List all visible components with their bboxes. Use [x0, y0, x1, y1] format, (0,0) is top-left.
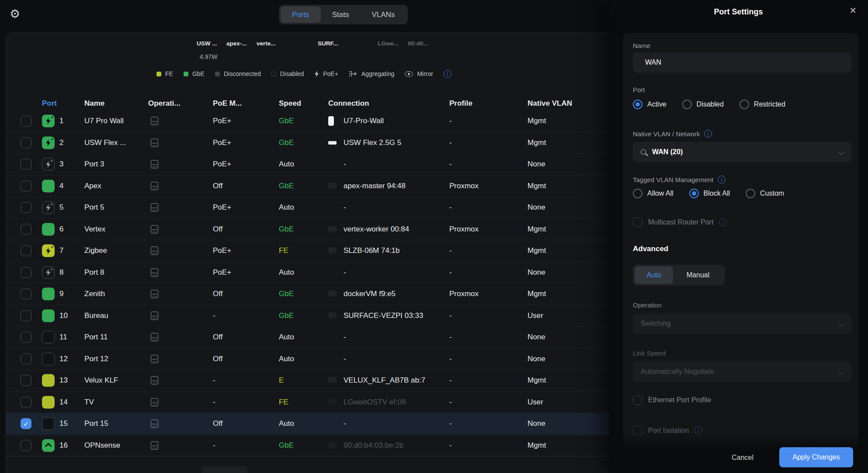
poe-mode: Off — [213, 225, 222, 234]
row-checkbox[interactable] — [21, 289, 31, 300]
table-row[interactable]: 12 Port 12 Off Auto - - None — [6, 348, 609, 370]
port-number: 4 — [59, 182, 63, 190]
native-vlan-info-icon[interactable]: i — [704, 130, 712, 138]
table-row[interactable]: 14 TV - FE LGwebOSTV ef:08 - User — [6, 391, 609, 413]
segment-manual[interactable]: Manual — [673, 266, 723, 284]
connected-device-icon — [328, 226, 337, 233]
apply-changes-button[interactable]: Apply Changes — [779, 447, 853, 467]
speed: E — [279, 376, 284, 385]
row-checkbox[interactable] — [21, 137, 31, 148]
column-header-native-vlan[interactable]: Native VLAN — [528, 99, 572, 108]
tab-ports[interactable]: Ports — [281, 7, 321, 23]
row-checkbox[interactable]: ✓ — [21, 418, 31, 429]
table-row[interactable]: ✓ 15 Port 15 Off Auto - - None — [6, 413, 609, 435]
radio-restricted[interactable]: Restricted — [740, 100, 785, 109]
connection: - — [344, 203, 346, 212]
profile: Proxmox — [449, 182, 479, 190]
table-row[interactable]: 13 Velux KLF - E VELUX_KLF_AB7B ab:7 - M… — [6, 369, 609, 391]
row-checkbox[interactable] — [21, 180, 31, 191]
chevron-down-icon — [839, 369, 844, 375]
profile: - — [449, 311, 452, 320]
table-row[interactable]: + 8 Port 8 PoE+ Auto - - None — [6, 262, 609, 283]
cancel-button[interactable]: Cancel — [732, 454, 753, 462]
connected-device-icon — [328, 116, 334, 126]
connection: 00:d0:b4:03:be:2b — [344, 441, 403, 450]
row-checkbox[interactable] — [21, 397, 31, 407]
row-checkbox[interactable] — [21, 332, 31, 343]
port-name: TV — [84, 398, 94, 407]
table-row[interactable]: 6 Vertex Off GbE vertex-worker 00:84 Pro… — [6, 218, 609, 240]
radio-block-all[interactable]: Block All — [689, 189, 730, 198]
table-row[interactable]: + 1 U7 Pro Wall PoE+ GbE U7-Pro-Wall - M… — [6, 110, 609, 132]
connected-device-icon — [328, 290, 337, 297]
pagination-button[interactable] — [201, 466, 248, 473]
table-row[interactable]: + 3 Port 3 PoE+ Auto - - None — [6, 153, 609, 175]
table-row[interactable]: + 7 Zigbee PoE+ FE SLZB-06M 74:1b - Mgmt — [6, 240, 609, 262]
table-row[interactable]: 9 Zenith Off GbE dockerVM f9:e5 Proxmox … — [6, 283, 609, 305]
port-status-icon — [42, 418, 55, 430]
column-header-speed[interactable]: Speed — [279, 99, 301, 108]
native-vlan-label: Native VLAN / Network i — [633, 130, 712, 138]
row-checkbox[interactable] — [21, 224, 31, 235]
radio-allow-all[interactable]: Allow All — [633, 189, 674, 198]
name-input[interactable]: WAN — [633, 52, 851, 73]
table-row[interactable]: 4 Apex Off GbE apex-master 94:48 Proxmox… — [6, 175, 609, 197]
radio-circle — [682, 100, 692, 109]
row-checkbox[interactable] — [21, 375, 31, 386]
native-vlan: User — [528, 398, 543, 407]
table-row[interactable]: 11 Port 11 Off Auto - - None — [6, 326, 609, 348]
column-header-name[interactable]: Name — [84, 99, 104, 108]
native-vlan: None — [528, 333, 545, 342]
close-icon[interactable]: ✕ — [849, 5, 857, 16]
row-checkbox[interactable] — [21, 202, 31, 213]
switch-device-icon — [151, 247, 158, 255]
port-number: 9 — [59, 290, 63, 298]
search-icon — [641, 149, 646, 155]
radio-custom[interactable]: Custom — [746, 189, 784, 198]
tagged-vlan-info-icon[interactable]: i — [718, 176, 726, 183]
poe-bolt-icon — [314, 71, 319, 77]
column-header-port[interactable]: Port — [42, 99, 57, 108]
radio-label: Active — [647, 100, 667, 108]
link-speed-value: Automatically Negotiate — [641, 368, 714, 376]
table-row[interactable]: 16 OPNsense - GbE 00:d0:b4:03:be:2b - Mg… — [6, 435, 609, 456]
tab-vlans[interactable]: VLANs — [360, 7, 406, 23]
row-checkbox[interactable] — [21, 115, 31, 126]
table-row[interactable]: + 2 USW Flex ... PoE+ GbE USW Flex 2.5G … — [6, 132, 609, 154]
port-number: 16 — [59, 441, 68, 450]
port-name: Port 3 — [84, 160, 104, 169]
column-header-operation[interactable]: Operati... — [148, 99, 181, 108]
speed: Auto — [279, 203, 294, 212]
column-header-connection[interactable]: Connection — [328, 99, 369, 108]
radio-active[interactable]: Active — [633, 100, 667, 109]
legend-info-icon[interactable]: i — [444, 70, 451, 78]
port-number: 8 — [59, 268, 63, 277]
settings-gear-icon[interactable]: ⚙ — [10, 7, 20, 21]
native-vlan-select[interactable]: WAN (20) — [633, 142, 851, 162]
speed: Auto — [279, 333, 294, 342]
table-row[interactable]: + 5 Port 5 PoE+ Auto - - None — [6, 197, 609, 218]
port-name: Vertex — [84, 225, 105, 234]
row-checkbox[interactable] — [21, 267, 31, 278]
radio-disabled[interactable]: Disabled — [682, 100, 724, 109]
port-status-icon: + — [42, 245, 55, 257]
tab-stats[interactable]: Stats — [321, 7, 361, 23]
table-row[interactable]: 10 Bureau - GbE SURFACE-VEZPI 03:33 - Us… — [6, 305, 609, 327]
poe-mode: PoE+ — [213, 117, 231, 125]
row-checkbox[interactable] — [21, 440, 31, 451]
connection: - — [344, 160, 346, 169]
row-checkbox[interactable] — [21, 245, 31, 256]
connection: U7-Pro-Wall — [344, 117, 384, 125]
row-checkbox[interactable] — [21, 353, 31, 364]
connection: LGwebOSTV ef:08 — [344, 398, 406, 407]
connection: - — [344, 268, 346, 277]
view-tabs: Ports Stats VLANs — [279, 5, 408, 24]
row-checkbox[interactable] — [21, 310, 31, 321]
profile: - — [449, 117, 452, 125]
port-name: Apex — [84, 182, 101, 190]
column-header-poe-mode[interactable]: PoE M... — [213, 99, 242, 108]
segment-auto[interactable]: Auto — [635, 266, 673, 284]
fe-legend-swatch — [156, 72, 161, 76]
column-header-profile[interactable]: Profile — [449, 99, 472, 108]
row-checkbox[interactable] — [21, 159, 31, 170]
